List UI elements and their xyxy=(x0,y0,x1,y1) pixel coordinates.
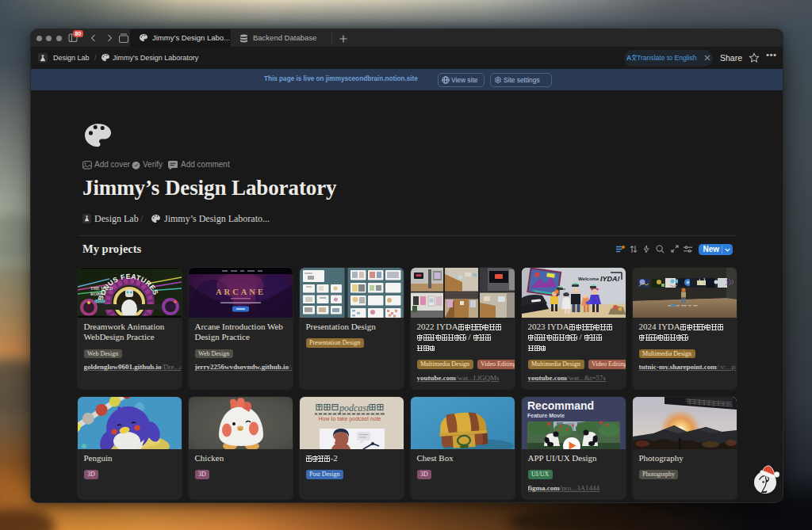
svg-text:Recommand: Recommand xyxy=(527,399,594,412)
svg-text:ARCANE: ARCANE xyxy=(216,288,266,296)
svg-text:IYDA!: IYDA! xyxy=(600,275,620,283)
svg-text:THE WILD: THE WILD xyxy=(90,286,113,291)
svg-text:A: A xyxy=(626,54,632,61)
svg-text:ROBOT: ROBOT xyxy=(90,292,106,296)
svg-text:Welcome: Welcome xyxy=(578,276,599,281)
svg-text:How to take podcast note: How to take podcast note xyxy=(318,416,381,422)
svg-text:podcast: podcast xyxy=(339,402,370,414)
svg-text:Feature Movie: Feature Movie xyxy=(527,413,565,418)
